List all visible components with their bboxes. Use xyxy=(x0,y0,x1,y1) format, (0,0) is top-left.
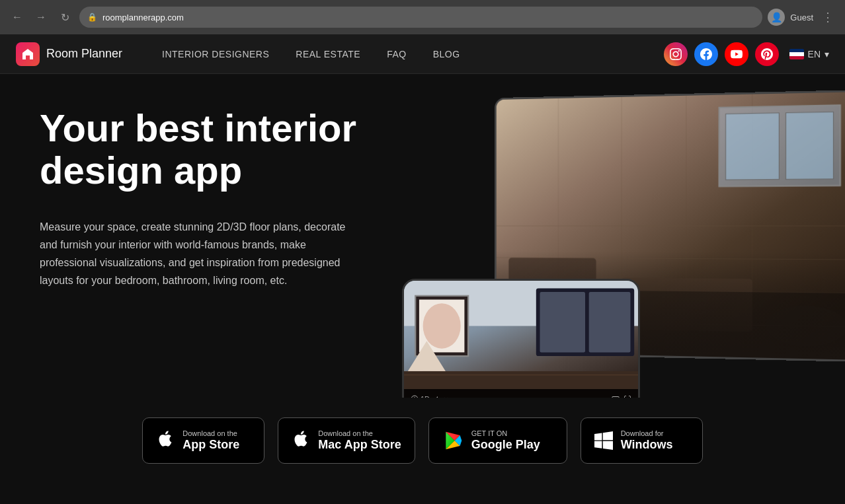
instagram-link[interactable] xyxy=(664,42,688,66)
url-text: roomplannerapp.com xyxy=(102,13,184,22)
aspect-ratio-icon[interactable] xyxy=(612,395,620,398)
language-selector[interactable]: EN ▾ xyxy=(789,49,829,59)
lock-icon: 🔒 xyxy=(87,13,97,22)
browser-menu-button[interactable]: ⋮ xyxy=(819,8,837,26)
nav-real-estate[interactable]: REAL ESTATE xyxy=(296,49,360,59)
google-play-text: GET IT ON Google Play xyxy=(471,429,540,452)
windows-sub: Download for xyxy=(621,429,673,438)
address-bar[interactable]: 🔒 roomplannerapp.com xyxy=(79,7,762,28)
youtube-link[interactable] xyxy=(725,42,748,66)
google-play-icon xyxy=(442,430,463,451)
username: Guest xyxy=(790,13,813,22)
website: Room Planner INTERIOR DESIGNERS REAL EST… xyxy=(0,34,845,504)
app-store-button[interactable]: Download on the App Store xyxy=(142,417,264,464)
app-store-main: App Store xyxy=(182,438,239,452)
svg-rect-31 xyxy=(612,397,619,398)
brand-name: Room Planner xyxy=(46,47,122,61)
nav-links: INTERIOR DESIGNERS REAL ESTATE FAQ BLOG xyxy=(162,49,663,59)
svg-point-23 xyxy=(423,303,461,348)
hero-section: Your best interior design app Measure yo… xyxy=(0,74,845,398)
back-button[interactable]: ← xyxy=(8,8,26,26)
hero-content: Your best interior design app Measure yo… xyxy=(40,107,383,289)
brand[interactable]: Room Planner xyxy=(16,42,122,66)
phone-screen: 1D × xyxy=(404,281,638,398)
windows-icon xyxy=(594,431,613,450)
svg-rect-11 xyxy=(786,112,834,179)
svg-rect-10 xyxy=(726,113,780,180)
brand-logo xyxy=(16,42,40,66)
app-store-sub: Download on the xyxy=(182,429,239,438)
nav-faq[interactable]: FAQ xyxy=(387,49,407,59)
svg-rect-20 xyxy=(589,292,631,352)
windows-button[interactable]: Download for Windows xyxy=(581,417,703,464)
video-controls: 1D × xyxy=(404,389,638,398)
svg-point-14 xyxy=(766,305,845,347)
mac-app-store-text: Download on the Mac App Store xyxy=(318,429,401,452)
hero-visuals: 1D × xyxy=(402,87,845,398)
nav-blog[interactable]: BLOG xyxy=(433,49,460,59)
google-play-button[interactable]: GET IT ON Google Play xyxy=(428,417,567,464)
avatar: 👤 xyxy=(768,9,785,26)
app-store-text: Download on the App Store xyxy=(182,429,239,452)
mac-app-store-button[interactable]: Download on the Mac App Store xyxy=(278,417,415,464)
social-links xyxy=(664,42,779,66)
facebook-link[interactable] xyxy=(694,42,718,66)
video-time: 1D xyxy=(411,395,430,398)
windows-text: Download for Windows xyxy=(621,429,673,452)
download-section: Download on the App Store Download on th… xyxy=(0,398,845,490)
browser-chrome: ← → ↻ 🔒 roomplannerapp.com 👤 Guest ⋮ xyxy=(0,0,845,34)
forward-button[interactable]: → xyxy=(32,8,50,26)
pinterest-link[interactable] xyxy=(755,42,779,66)
fullscreen-icon[interactable] xyxy=(624,395,631,398)
refresh-button[interactable]: ↻ xyxy=(56,8,74,26)
chevron-down-icon: ▾ xyxy=(825,49,829,59)
mac-app-store-sub: Download on the xyxy=(318,429,401,438)
google-play-sub: GET IT ON xyxy=(471,429,540,438)
windows-main: Windows xyxy=(621,438,673,452)
google-play-main: Google Play xyxy=(471,438,540,452)
mac-app-store-main: Mac App Store xyxy=(318,438,401,452)
hero-description: Measure your space, create stunning 2D/3… xyxy=(40,218,357,290)
mute-icon[interactable]: × xyxy=(434,395,448,398)
hero-title: Your best interior design app xyxy=(40,107,383,192)
svg-line-2 xyxy=(497,258,845,260)
flag-icon xyxy=(789,49,804,59)
apple-mac-icon xyxy=(292,429,310,452)
phone-mockup: 1D × xyxy=(402,279,653,398)
apple-icon xyxy=(156,429,175,452)
user-area: 👤 Guest ⋮ xyxy=(768,8,837,26)
phone-body: 1D × xyxy=(402,279,640,398)
lang-label: EN xyxy=(808,49,821,59)
svg-rect-19 xyxy=(540,292,585,352)
navbar: Room Planner INTERIOR DESIGNERS REAL EST… xyxy=(0,34,845,74)
nav-interior-designers[interactable]: INTERIOR DESIGNERS xyxy=(162,49,269,59)
